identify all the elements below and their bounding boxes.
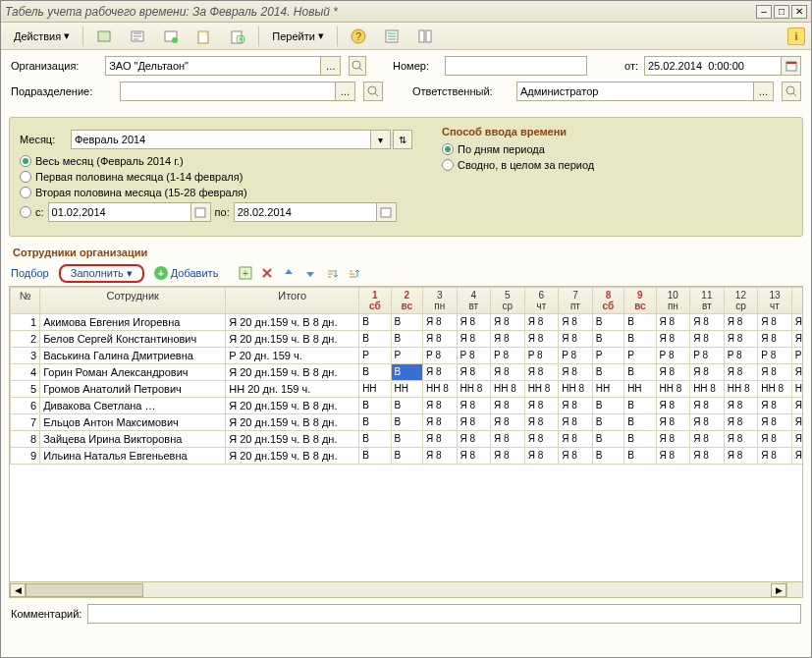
day-cell[interactable]: Я 8 <box>791 431 802 448</box>
day-cell[interactable]: В <box>391 448 422 465</box>
col-day-5[interactable]: 5ср <box>491 288 525 314</box>
day-cell[interactable]: Я 8 <box>491 431 525 448</box>
day-cell[interactable]: НН 8 <box>423 381 458 398</box>
day-cell[interactable]: Я 8 <box>457 431 491 448</box>
scroll-right-button[interactable]: ▶ <box>771 583 786 597</box>
table-row[interactable]: 6Дивакова Светлана …Я 20 дн.159 ч. В 8 д… <box>11 398 803 414</box>
col-day-11[interactable]: 11вт <box>690 288 725 314</box>
day-cell[interactable]: Я 8 <box>457 448 491 465</box>
col-total[interactable]: Итого <box>226 288 359 314</box>
day-cell[interactable]: Р <box>592 348 623 364</box>
goto-menu[interactable]: Перейти ▾ <box>265 26 331 47</box>
table-row[interactable]: 5Громов Анатолий ПетровичНН 20 дн. 159 ч… <box>11 381 803 398</box>
day-cell[interactable]: Я 8 <box>524 331 559 348</box>
day-cell[interactable]: Я 8 <box>524 414 559 431</box>
day-cell[interactable]: В <box>624 364 656 381</box>
day-cell[interactable]: В <box>391 364 422 381</box>
horizontal-scrollbar[interactable]: ◀ ▶ <box>10 581 786 597</box>
grid-sort-asc-icon[interactable] <box>324 265 340 281</box>
day-cell[interactable]: Я 8 <box>423 448 458 465</box>
day-cell[interactable]: Я 8 <box>491 364 525 381</box>
day-cell[interactable]: В <box>391 414 422 431</box>
toolbar-icon-2[interactable] <box>123 26 152 47</box>
day-cell[interactable]: В <box>592 364 623 381</box>
day-cell[interactable]: В <box>359 414 391 431</box>
minimize-button[interactable]: – <box>756 5 772 19</box>
scroll-left-button[interactable]: ◀ <box>10 583 26 597</box>
select-button[interactable]: Подбор <box>11 267 49 279</box>
radio-mode-summary[interactable]: Сводно, в целом за период <box>442 159 792 171</box>
day-cell[interactable]: Р 8 <box>791 348 802 364</box>
day-cell[interactable]: НН 8 <box>724 381 758 398</box>
resp-input[interactable] <box>516 82 754 101</box>
day-cell[interactable]: Я 8 <box>423 314 458 331</box>
col-day-2[interactable]: 2вс <box>391 288 422 314</box>
table-row[interactable]: 1Акимова Евгения ИгоревнаЯ 20 дн.159 ч. … <box>11 314 803 331</box>
day-cell[interactable]: Я 8 <box>690 414 725 431</box>
grid-sort-desc-icon[interactable] <box>346 265 361 281</box>
day-cell[interactable]: Р 8 <box>690 348 725 364</box>
col-day-14[interactable]: 14пт <box>791 288 802 314</box>
radio-first-half[interactable]: Первая половина месяца (1-14 февраля) <box>20 171 412 183</box>
col-day-12[interactable]: 12ср <box>724 288 758 314</box>
month-dropdown[interactable]: ▾ <box>371 130 391 149</box>
month-input[interactable] <box>71 130 371 149</box>
toolbar-icon-4[interactable] <box>189 26 219 47</box>
day-cell[interactable]: Я 8 <box>758 331 792 348</box>
day-cell[interactable]: Я 8 <box>457 314 491 331</box>
radio-custom-range[interactable]: с: по: <box>20 202 412 222</box>
day-cell[interactable]: НН 8 <box>524 381 559 398</box>
day-cell[interactable]: НН 8 <box>491 381 525 398</box>
grid-up-icon[interactable] <box>281 265 297 281</box>
day-cell[interactable]: В <box>391 331 422 348</box>
col-day-10[interactable]: 10пн <box>656 288 690 314</box>
table-row[interactable]: 3Васькина Галина ДмитриевнаР 20 дн. 159 … <box>11 348 803 364</box>
day-cell[interactable]: НН 8 <box>690 381 725 398</box>
table-row[interactable]: 4Горин Роман АлександровичЯ 20 дн.159 ч.… <box>11 364 803 381</box>
day-cell[interactable]: Я 8 <box>524 314 559 331</box>
day-cell[interactable]: НН <box>391 381 422 398</box>
day-cell[interactable]: Я 8 <box>724 414 758 431</box>
day-cell[interactable]: В <box>592 331 623 348</box>
day-cell[interactable]: Я 8 <box>791 414 802 431</box>
day-cell[interactable]: Р 8 <box>423 348 458 364</box>
day-cell[interactable]: НН 8 <box>457 381 491 398</box>
radio-mode-daily[interactable]: По дням периода <box>442 143 792 155</box>
col-day-1[interactable]: 1сб <box>359 288 391 314</box>
day-cell[interactable]: Я 8 <box>791 364 802 381</box>
day-cell[interactable]: Я 8 <box>724 314 758 331</box>
org-input[interactable] <box>105 56 321 76</box>
toolbar-icon-1[interactable] <box>89 26 119 47</box>
day-cell[interactable]: Я 8 <box>791 448 802 465</box>
day-cell[interactable]: Р 8 <box>656 348 690 364</box>
toolbar-icon-5[interactable] <box>223 26 252 47</box>
day-cell[interactable]: Р 8 <box>758 348 792 364</box>
col-day-3[interactable]: 3пн <box>423 288 458 314</box>
month-spinner[interactable]: ⇅ <box>393 130 412 149</box>
col-day-6[interactable]: 6чт <box>524 288 559 314</box>
table-row[interactable]: 8Зайцева Ирина ВикторовнаЯ 20 дн.159 ч. … <box>11 431 803 448</box>
day-cell[interactable]: Р <box>391 348 422 364</box>
doc-date-input[interactable] <box>644 56 782 76</box>
day-cell[interactable]: Я 8 <box>423 414 458 431</box>
toolbar-list-icon[interactable] <box>377 26 406 47</box>
day-cell[interactable]: Я 8 <box>559 448 593 465</box>
day-cell[interactable]: НН <box>359 381 391 398</box>
day-cell[interactable]: Я 8 <box>791 331 802 348</box>
day-cell[interactable]: В <box>391 398 422 414</box>
day-cell[interactable]: Я 8 <box>559 314 593 331</box>
day-cell[interactable]: Я 8 <box>758 431 792 448</box>
day-cell[interactable]: Я 8 <box>491 331 525 348</box>
day-cell[interactable]: Я 8 <box>457 414 491 431</box>
fill-button[interactable]: Заполнить▾ <box>59 264 144 283</box>
day-cell[interactable]: Я 8 <box>457 364 491 381</box>
day-cell[interactable]: Р 8 <box>524 348 559 364</box>
day-cell[interactable]: В <box>624 398 656 414</box>
day-cell[interactable]: Я 8 <box>457 398 491 414</box>
day-cell[interactable]: Я 8 <box>758 448 792 465</box>
day-cell[interactable]: В <box>592 448 623 465</box>
day-cell[interactable]: Я 8 <box>423 331 458 348</box>
table-row[interactable]: 2Белов Сергей КонстантиновичЯ 20 дн.159 … <box>11 331 803 348</box>
day-cell[interactable]: Я 8 <box>524 431 559 448</box>
radio-full-month[interactable]: Весь месяц (Февраль 2014 г.) <box>20 155 412 167</box>
